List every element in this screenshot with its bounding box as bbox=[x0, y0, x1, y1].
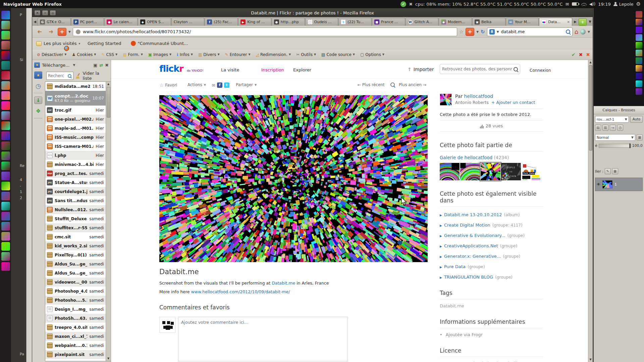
page-scrollbar[interactable]: ▲ ▼ bbox=[588, 60, 593, 362]
browser-tab[interactable]: ◌ Oudeis ... ✕ bbox=[305, 18, 338, 26]
search-engine-dropdown-icon[interactable]: ▼ bbox=[497, 30, 499, 34]
back-button[interactable]: ➜ bbox=[35, 27, 44, 36]
download-item[interactable]: treepro_4.0.sit samedi bbox=[45, 323, 106, 332]
reload-icon[interactable]: ↻ bbox=[481, 29, 485, 35]
facebook-share-icon[interactable]: f bbox=[217, 82, 222, 88]
connexion-link[interactable]: Connexion bbox=[530, 68, 551, 73]
download-item[interactable]: troc.gif Hier bbox=[45, 106, 106, 115]
group-link[interactable]: Generative & Evolutionary... bbox=[444, 233, 505, 238]
browser-tab[interactable]: ◆ Modern... ✕ bbox=[439, 18, 472, 26]
dock-icon[interactable] bbox=[1, 182, 10, 190]
dock-icon[interactable] bbox=[1, 91, 10, 100]
gimp-lock-alpha-icon[interactable]: ▦ bbox=[612, 168, 618, 174]
download-item[interactable]: Aldus_Su...ge_.sit samedi bbox=[45, 268, 106, 278]
browser-tab[interactable]: W Glitch A... ✕ bbox=[406, 18, 439, 26]
gimp-history-tab-icon[interactable]: ◷ bbox=[617, 125, 623, 131]
dock-icon[interactable] bbox=[1, 81, 10, 90]
download-item[interactable]: Photosho....5.1.sit samedi bbox=[45, 296, 106, 305]
dock-icon[interactable] bbox=[1, 262, 10, 271]
download-item[interactable]: Sans tit...ndus.jpg samedi bbox=[45, 196, 106, 205]
expand-arrow-icon[interactable]: ▶ bbox=[440, 255, 442, 258]
browser-tab[interactable]: ◆ OPEN S... ✕ bbox=[138, 18, 171, 26]
scroll-up-icon[interactable]: ▲ bbox=[106, 82, 111, 86]
webdev-menu-item[interactable]: ▣ Images ▼ bbox=[146, 51, 173, 58]
download-item[interactable]: kid_works_2.sit samedi bbox=[45, 241, 106, 250]
gimp-layers-tab-icon[interactable]: ▤ bbox=[595, 125, 601, 131]
download-item[interactable]: StuffIt_Deluxe.sit samedi bbox=[45, 214, 106, 223]
expand-arrow-icon[interactable]: ▶ bbox=[440, 265, 442, 269]
page-scroll-down-icon[interactable]: ▼ bbox=[588, 357, 593, 362]
bookmark-star-icon[interactable]: ☆ bbox=[459, 29, 464, 35]
expand-arrow-icon[interactable]: ▶ bbox=[440, 234, 442, 238]
dock-icon[interactable] bbox=[1, 71, 10, 80]
dock-icon[interactable] bbox=[1, 212, 10, 221]
window-titlebar[interactable]: ✕ – ▫ Databit.me | Flickr : partage de p… bbox=[32, 8, 593, 17]
system-monitor-status[interactable]: cpu: 08% mem: 10% 52.8°C 55.0°C 51.0°C 5… bbox=[415, 2, 563, 7]
downloads-scrollbar[interactable]: ▲ ▼ bbox=[106, 82, 111, 361]
dock-icon[interactable] bbox=[636, 19, 642, 25]
download-item[interactable]: Statue-A...stus.jpg samedi bbox=[45, 178, 106, 187]
session-gear-icon[interactable]: ⚙ bbox=[636, 1, 641, 7]
search-bar[interactable]: 8 ▼ bbox=[487, 27, 573, 36]
dock-icon[interactable] bbox=[636, 88, 642, 95]
download-item[interactable]: PhotoSh....63.img samedi bbox=[45, 314, 106, 323]
tray-x-icon[interactable]: ✖ bbox=[409, 2, 413, 7]
expand-arrow-icon[interactable]: ▶ bbox=[440, 224, 442, 227]
tab-list-dropdown-icon[interactable]: ▼ bbox=[587, 18, 593, 26]
download-item[interactable]: ISS-music...comp.mp4 Hier bbox=[45, 133, 106, 142]
download-item[interactable]: prog_act...tes.pdf samedi bbox=[45, 169, 106, 178]
webdev-menu-item[interactable]: ✎ CSS ▼ bbox=[99, 51, 119, 58]
nav-inscription[interactable]: Inscription bbox=[261, 67, 284, 72]
browser-tab[interactable]: ✉ Your M... ✕ bbox=[506, 18, 539, 26]
dock-icon[interactable] bbox=[1, 242, 10, 251]
mail-indicator-icon[interactable]: ✉ bbox=[566, 2, 569, 7]
databit-link[interactable]: Databit.me bbox=[272, 281, 295, 286]
group-link[interactable]: Create Digital Motion bbox=[444, 223, 490, 228]
comment-textarea[interactable] bbox=[181, 320, 344, 358]
dock-icon[interactable] bbox=[1, 141, 10, 150]
gimp-channels-tab-icon[interactable]: ▥ bbox=[602, 125, 608, 131]
addons-tab-icon[interactable]: ❖ bbox=[34, 107, 42, 115]
gimp-layer-row[interactable]: 👁︎ 1 bbox=[595, 178, 643, 191]
twitter-share-icon[interactable]: t bbox=[224, 82, 229, 88]
bookmark-item[interactable]: Getting Started bbox=[88, 41, 123, 46]
zoom-photo-icon[interactable] bbox=[390, 82, 395, 87]
home-button-icon[interactable]: ⌂ bbox=[575, 28, 578, 35]
webdev-warning-icon[interactable]: ✖ bbox=[586, 52, 590, 57]
flickr-logo[interactable]: flickr de YAHOO! bbox=[159, 63, 204, 74]
download-item[interactable]: videowor..._00.zip samedi bbox=[45, 278, 106, 287]
dock-icon[interactable] bbox=[1, 172, 10, 180]
tab-close-icon[interactable]: ✕ bbox=[567, 20, 570, 24]
dock-icon[interactable] bbox=[636, 65, 642, 72]
email-share-icon[interactable]: ✉ bbox=[212, 83, 215, 88]
dock-icon[interactable] bbox=[1, 21, 10, 29]
wifi-icon[interactable] bbox=[581, 2, 587, 6]
webdev-menu-item[interactable]: ▢ Options ▼ bbox=[358, 51, 386, 58]
bookmark-item[interactable]: Les plus visités ▾ bbox=[36, 41, 80, 46]
profile-dropdown-icon[interactable]: ▼ bbox=[588, 30, 590, 34]
browser-tab[interactable]: ▣ Belka ✕ bbox=[472, 18, 505, 26]
dock-icon[interactable] bbox=[1, 192, 10, 200]
sidebar-swap-icon[interactable]: ⇄ bbox=[99, 63, 103, 68]
downloads-search-field[interactable] bbox=[46, 72, 73, 80]
gimp-opacity-slider[interactable] bbox=[599, 144, 631, 148]
sidebar-panel-icon[interactable]: ▣ bbox=[93, 63, 97, 68]
dock-icon[interactable] bbox=[636, 26, 642, 33]
web-search-input[interactable] bbox=[501, 29, 564, 34]
browser-tab[interactable]: ▶ King of ... ✕ bbox=[238, 18, 271, 26]
gimp-panel-title[interactable]: Calques - Brosses bbox=[594, 106, 644, 114]
download-item[interactable]: ISS-camera-M01.mov Hier bbox=[45, 142, 106, 151]
group-link[interactable]: CreativeApplications.Net bbox=[444, 243, 498, 248]
downloads-search-input[interactable] bbox=[48, 73, 67, 78]
newer-photo-link[interactable]: ← Plus récent bbox=[358, 82, 384, 87]
download-item[interactable]: maple-ad...-M01.mov Hier bbox=[45, 124, 106, 133]
profile-icon[interactable] bbox=[580, 29, 586, 35]
webdev-menu-item[interactable]: ✎ Entourer ▼ bbox=[223, 51, 253, 58]
webdev-error-icon[interactable]: ✖ bbox=[579, 52, 583, 57]
group-link[interactable]: Generator.x: Generative... bbox=[444, 254, 501, 259]
window-close-button[interactable]: ✕ bbox=[34, 10, 41, 16]
dock-icon[interactable] bbox=[636, 50, 642, 56]
gallery-thumb[interactable] bbox=[440, 163, 460, 180]
add-contact-link[interactable]: + Ajouter un contact bbox=[491, 100, 535, 105]
download-item[interactable]: compt...2.doc 67,0 Ko — googleuserc... 1… bbox=[45, 91, 106, 106]
